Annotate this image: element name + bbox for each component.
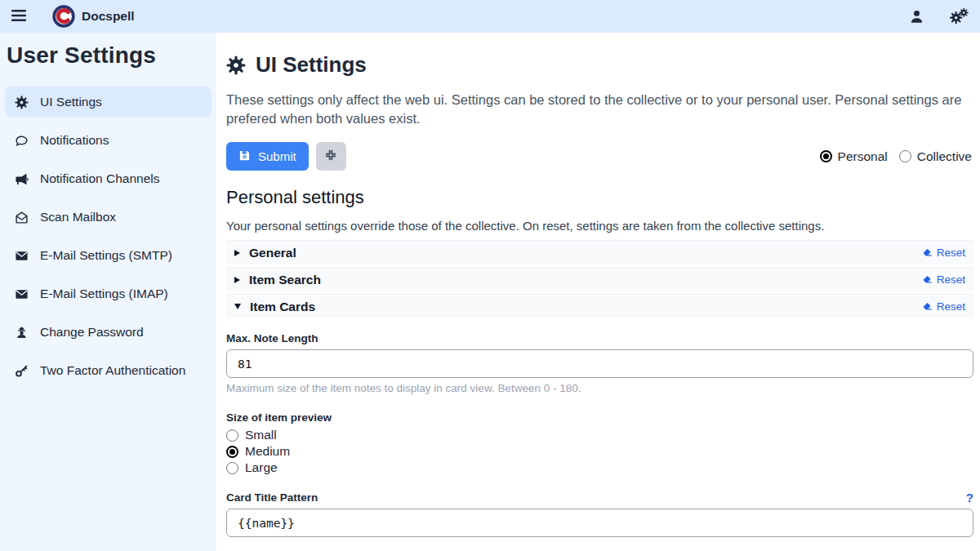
sidebar-nav: UI Settings Notifications Notification C… <box>0 87 216 386</box>
accordion-item-search[interactable]: Item Search Reset <box>226 267 973 291</box>
key-icon <box>14 364 29 378</box>
reset-link[interactable]: Reset <box>922 273 965 286</box>
reset-label: Reset <box>937 273 965 286</box>
section-title: Personal settings <box>226 187 973 208</box>
sidebar-item-ui-settings[interactable]: UI Settings <box>5 87 212 118</box>
reset-link[interactable]: Reset <box>922 247 965 259</box>
preview-size-option-medium[interactable]: Medium <box>226 443 973 460</box>
radio-checked-icon <box>820 150 832 162</box>
reset-label: Reset <box>937 300 965 313</box>
section-description: Your personal settings override those of… <box>226 219 973 233</box>
card-title-pattern-input[interactable] <box>226 509 973 537</box>
radio-unchecked-icon <box>226 462 238 474</box>
item-cards-form: Max. Note Length Maximum size of the ite… <box>226 332 973 551</box>
sidebar-item-notification-channels[interactable]: Notification Channels <box>5 163 212 194</box>
scope-option-label: Personal <box>838 149 888 164</box>
preview-size-label: Size of item preview <box>226 411 973 424</box>
preview-size-option-large[interactable]: Large <box>226 460 973 476</box>
sidebar-item-label: Scan Mailbox <box>40 210 116 224</box>
eraser-icon <box>922 274 933 285</box>
preview-size-option-label: Small <box>245 428 277 442</box>
radio-checked-icon <box>226 446 238 458</box>
envelope-icon <box>14 287 29 301</box>
max-note-length-hint: Maximum size of the item notes to displa… <box>226 382 973 394</box>
bullhorn-icon <box>14 172 29 186</box>
submit-button[interactable]: Submit <box>226 142 309 171</box>
gear-icon <box>14 96 29 109</box>
scope-option-personal[interactable]: Personal <box>820 149 888 164</box>
sidebar-item-label: Change Password <box>40 325 144 340</box>
accordion-label: General <box>249 246 296 260</box>
radio-unchecked-icon <box>226 429 238 442</box>
card-title-label-row: Card Title Pattern ? <box>226 491 973 504</box>
eraser-icon <box>922 247 933 258</box>
collapse-all-button[interactable] <box>316 142 346 171</box>
reset-label: Reset <box>937 247 965 259</box>
preview-size-option-label: Medium <box>245 444 290 459</box>
accordion-item-cards[interactable]: Item Cards Reset <box>226 294 973 318</box>
docspell-logo-icon <box>52 5 75 28</box>
sidebar-item-label: E-Mail Settings (SMTP) <box>40 248 172 263</box>
brand[interactable]: Docspell <box>52 5 135 28</box>
reset-link[interactable]: Reset <box>922 300 965 313</box>
help-icon[interactable]: ? <box>966 491 973 504</box>
preview-size-radio-group: Small Medium Large <box>226 427 973 476</box>
sidebar-item-label: Two Factor Authentication <box>40 363 185 378</box>
comment-icon <box>14 134 29 148</box>
sidebar: User Settings UI Settings Notifications … <box>0 33 216 551</box>
scope-option-label: Collective <box>917 149 972 164</box>
hamburger-menu-icon[interactable] <box>11 9 29 24</box>
page-title: UI Settings <box>226 52 973 78</box>
sidebar-item-email-smtp[interactable]: E-Mail Settings (SMTP) <box>5 240 212 271</box>
scope-option-collective[interactable]: Collective <box>899 149 972 164</box>
accordion-list: General Reset Item Search Reset Item Car… <box>226 240 973 318</box>
max-note-length-label: Max. Note Length <box>226 332 973 344</box>
sidebar-item-two-factor[interactable]: Two Factor Authentication <box>5 355 212 386</box>
page-description: These settings only affect the web ui. S… <box>226 91 973 128</box>
topbar: Docspell <box>0 0 980 33</box>
scope-radio-group: Personal Collective <box>820 149 973 164</box>
user-icon[interactable] <box>909 9 924 24</box>
sidebar-item-scan-mailbox[interactable]: Scan Mailbox <box>5 202 212 233</box>
sidebar-item-label: E-Mail Settings (IMAP) <box>40 287 168 301</box>
action-row: Submit Personal Collective <box>226 142 973 171</box>
submit-button-label: Submit <box>258 149 296 163</box>
envelope-open-icon <box>14 211 29 224</box>
eraser-icon <box>922 301 933 312</box>
accordion-label: Item Search <box>249 273 321 287</box>
sidebar-title: User Settings <box>0 39 216 69</box>
preview-size-option-small[interactable]: Small <box>226 427 973 443</box>
gear-icon <box>226 56 246 75</box>
sidebar-item-label: Notifications <box>40 133 109 148</box>
preview-size-option-label: Large <box>245 460 278 475</box>
sidebar-item-notifications[interactable]: Notifications <box>5 125 212 156</box>
caret-down-icon <box>234 304 241 309</box>
main-content: UI Settings These settings only affect t… <box>216 33 980 551</box>
cogs-icon[interactable] <box>949 8 969 24</box>
max-note-length-input[interactable] <box>226 349 973 378</box>
compress-icon <box>324 149 337 164</box>
accordion-label: Item Cards <box>250 300 315 314</box>
card-title-pattern-label: Card Title Pattern <box>226 491 318 504</box>
sidebar-item-label: UI Settings <box>40 95 102 109</box>
page-title-text: UI Settings <box>256 52 367 78</box>
caret-right-icon <box>234 277 240 283</box>
save-icon <box>238 149 251 164</box>
radio-unchecked-icon <box>899 150 911 162</box>
accordion-general[interactable]: General Reset <box>226 240 973 264</box>
sidebar-item-label: Notification Channels <box>40 171 159 186</box>
sidebar-item-email-imap[interactable]: E-Mail Settings (IMAP) <box>5 278 212 309</box>
user-secret-icon <box>14 326 29 340</box>
brand-name: Docspell <box>82 9 135 24</box>
caret-right-icon <box>234 250 240 256</box>
envelope-icon <box>14 249 29 263</box>
sidebar-item-change-password[interactable]: Change Password <box>5 317 212 348</box>
